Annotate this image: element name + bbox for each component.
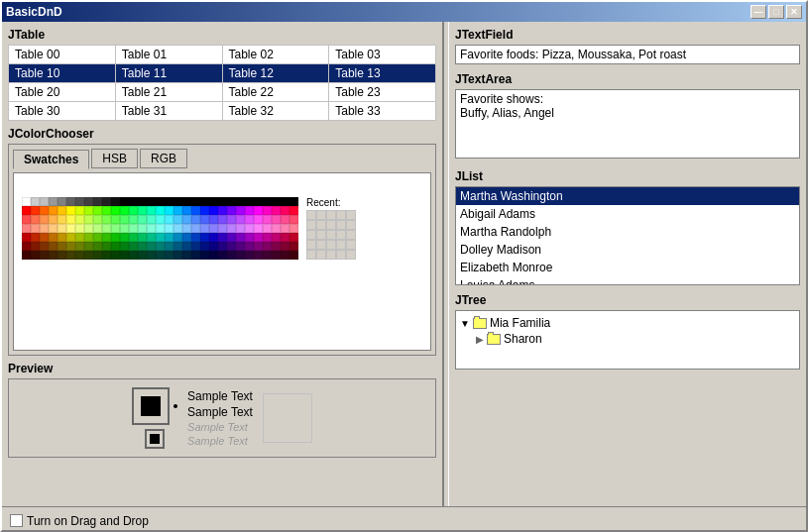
color-swatch[interactable] <box>289 197 298 206</box>
color-swatch[interactable] <box>200 206 209 215</box>
color-swatch[interactable] <box>147 224 156 233</box>
recent-swatch[interactable] <box>326 240 336 250</box>
color-swatch[interactable] <box>120 206 129 215</box>
color-swatch[interactable] <box>66 215 75 224</box>
color-swatch[interactable] <box>209 215 218 224</box>
recent-swatch[interactable] <box>316 240 326 250</box>
color-swatch[interactable] <box>200 224 209 233</box>
color-swatch[interactable] <box>227 206 236 215</box>
tab-hsb[interactable]: HSB <box>91 149 138 168</box>
color-swatch[interactable] <box>200 251 209 260</box>
drag-drop-checkbox-label[interactable]: Turn on Drag and Drop <box>10 514 149 528</box>
table-cell[interactable]: Table 31 <box>115 102 222 121</box>
color-swatch[interactable] <box>182 242 191 251</box>
color-swatch[interactable] <box>49 251 58 260</box>
color-swatch[interactable] <box>93 233 102 242</box>
color-swatch[interactable] <box>191 224 200 233</box>
color-swatch[interactable] <box>147 251 156 260</box>
color-swatch[interactable] <box>111 233 120 242</box>
color-swatch[interactable] <box>58 215 66 224</box>
color-swatch[interactable] <box>263 224 272 233</box>
color-swatch[interactable] <box>173 251 182 260</box>
color-swatch[interactable] <box>245 206 254 215</box>
jtable[interactable]: Table 00Table 01Table 02Table 03Table 10… <box>8 45 436 121</box>
color-swatch[interactable] <box>129 206 138 215</box>
color-swatch[interactable] <box>156 251 165 260</box>
color-swatch[interactable] <box>245 224 254 233</box>
recent-swatch[interactable] <box>316 220 326 230</box>
color-swatch[interactable] <box>40 215 49 224</box>
color-swatch[interactable] <box>245 197 254 206</box>
color-swatch[interactable] <box>254 206 263 215</box>
color-swatch[interactable] <box>245 215 254 224</box>
recent-swatch[interactable] <box>316 230 326 240</box>
color-swatch[interactable] <box>218 233 227 242</box>
color-swatch[interactable] <box>209 251 218 260</box>
color-swatch[interactable] <box>40 242 49 251</box>
color-swatch[interactable] <box>289 206 298 215</box>
color-swatch[interactable] <box>40 251 49 260</box>
color-swatch[interactable] <box>156 224 165 233</box>
color-swatch[interactable] <box>49 206 58 215</box>
color-swatch[interactable] <box>22 206 31 215</box>
color-swatch[interactable] <box>84 215 93 224</box>
color-swatch[interactable] <box>84 206 93 215</box>
color-swatch[interactable] <box>31 242 40 251</box>
color-swatch[interactable] <box>49 242 58 251</box>
color-swatch[interactable] <box>272 206 281 215</box>
color-swatch[interactable] <box>281 215 289 224</box>
color-swatch[interactable] <box>227 251 236 260</box>
color-swatch[interactable] <box>218 206 227 215</box>
color-swatch[interactable] <box>93 206 102 215</box>
color-swatch[interactable] <box>263 251 272 260</box>
color-swatch[interactable] <box>31 197 40 206</box>
color-swatch[interactable] <box>191 233 200 242</box>
color-swatch[interactable] <box>263 206 272 215</box>
color-swatch[interactable] <box>22 233 31 242</box>
color-swatch[interactable] <box>75 206 84 215</box>
table-cell[interactable]: Table 11 <box>115 64 222 83</box>
color-swatch[interactable] <box>281 233 289 242</box>
color-swatch[interactable] <box>84 233 93 242</box>
list-item[interactable]: Martha Washington <box>456 187 799 205</box>
color-swatch[interactable] <box>272 242 281 251</box>
color-swatch[interactable] <box>236 224 245 233</box>
jlist-container[interactable]: Martha WashingtonAbigail AdamsMartha Ran… <box>455 186 800 285</box>
color-swatch[interactable] <box>281 206 289 215</box>
color-swatch[interactable] <box>129 197 138 206</box>
color-swatch[interactable] <box>102 206 111 215</box>
list-item[interactable]: Louisa Adams <box>456 276 799 285</box>
color-swatch[interactable] <box>182 215 191 224</box>
color-swatch[interactable] <box>49 197 58 206</box>
color-swatch[interactable] <box>93 224 102 233</box>
color-swatch[interactable] <box>22 215 31 224</box>
color-swatch[interactable] <box>182 206 191 215</box>
color-swatch[interactable] <box>111 206 120 215</box>
color-swatch[interactable] <box>173 242 182 251</box>
recent-swatch[interactable] <box>326 230 336 240</box>
color-swatch[interactable] <box>120 215 129 224</box>
list-item[interactable]: Martha Randolph <box>456 223 799 241</box>
recent-swatch[interactable] <box>306 230 316 240</box>
color-swatch[interactable] <box>49 224 58 233</box>
color-swatch[interactable] <box>147 233 156 242</box>
color-swatch[interactable] <box>75 224 84 233</box>
color-swatch[interactable] <box>93 242 102 251</box>
color-swatch[interactable] <box>236 242 245 251</box>
color-swatch[interactable] <box>165 242 173 251</box>
color-swatch[interactable] <box>281 242 289 251</box>
recent-swatch[interactable] <box>336 220 346 230</box>
recent-swatch[interactable] <box>316 210 326 220</box>
color-swatch[interactable] <box>102 242 111 251</box>
tab-swatches[interactable]: Swatches <box>13 150 89 169</box>
recent-grid[interactable] <box>306 210 356 260</box>
color-swatch[interactable] <box>254 242 263 251</box>
table-cell[interactable]: Table 20 <box>9 83 116 102</box>
color-swatch[interactable] <box>22 242 31 251</box>
color-swatch[interactable] <box>58 251 66 260</box>
color-swatch[interactable] <box>75 215 84 224</box>
color-swatch[interactable] <box>263 215 272 224</box>
color-swatch[interactable] <box>165 197 173 206</box>
color-swatch[interactable] <box>111 251 120 260</box>
recent-swatch[interactable] <box>336 240 346 250</box>
